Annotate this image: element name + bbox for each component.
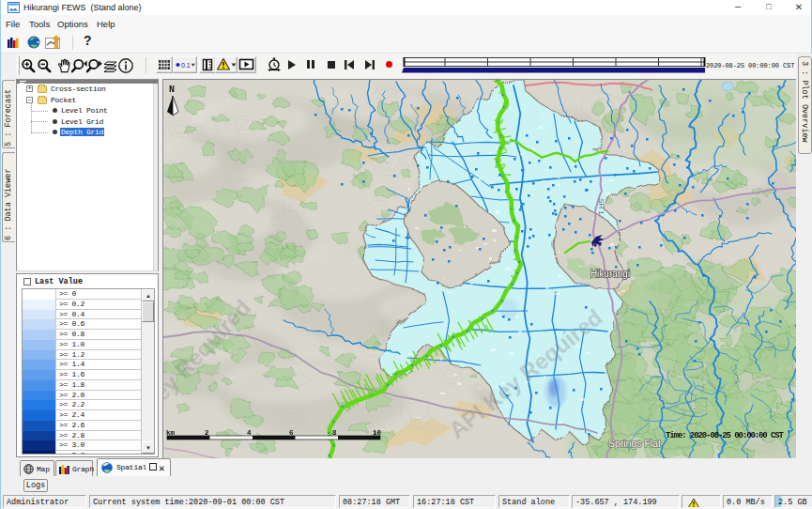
- svg-text:SH 1: SH 1: [597, 198, 605, 215]
- svg-text:Springs Flat: Springs Flat: [608, 438, 661, 449]
- svg-text:Time: 2020-08-25 00:00:00 CST: Time: 2020-08-25 00:00:00 CST: [666, 431, 785, 440]
- svg-text:0.1: 0.1: [181, 62, 191, 69]
- svg-text:N: N: [169, 85, 175, 95]
- svg-text:Hikurangi: Hikurangi: [590, 269, 630, 279]
